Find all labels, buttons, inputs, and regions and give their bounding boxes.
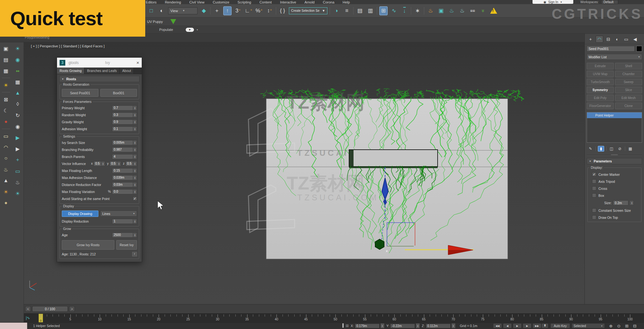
- display-drawing-button[interactable]: Display Drawing: [62, 211, 98, 217]
- warning-icon[interactable]: !: [490, 8, 498, 14]
- y-coordinate-field[interactable]: Y: -0.22m ▴▾: [386, 323, 420, 328]
- selection-region-icon[interactable]: □: [147, 6, 155, 15]
- previous-frame-button[interactable]: ◀: [503, 323, 512, 328]
- constant-screen-size-checkbox[interactable]: [592, 208, 596, 212]
- create-tab[interactable]: +: [587, 36, 594, 43]
- menu-item-rendering[interactable]: Rendering: [165, 0, 181, 4]
- select-object-icon[interactable]: ↑: [223, 6, 232, 15]
- grow-mini-button[interactable]: r: [132, 252, 137, 256]
- spinner-control[interactable]: ▴▾: [452, 323, 455, 328]
- modifier-stack[interactable]: Point Helper: [587, 112, 642, 143]
- spin-down-icon[interactable]: ▾: [134, 164, 135, 165]
- zoom-extents-icon[interactable]: ⊞: [624, 323, 630, 329]
- spinner-control[interactable]: ▴▾: [381, 323, 384, 328]
- render-preview-icon[interactable]: ▣: [1, 44, 11, 53]
- spinner-control[interactable]: ▴▾: [416, 323, 420, 328]
- camera-add-icon[interactable]: +: [13, 156, 23, 164]
- corona-sun-icon[interactable]: ☀: [13, 44, 23, 53]
- sphere-primitive-icon[interactable]: ○: [1, 154, 11, 162]
- x-coordinate-field[interactable]: X: 0.179m ▴▾: [351, 323, 384, 328]
- grow-ivy-roots-button[interactable]: Grow Ivy Roots: [62, 240, 114, 250]
- spin-down-icon[interactable]: ▾: [134, 178, 135, 179]
- object-color-swatch[interactable]: [636, 46, 642, 52]
- panel-divider[interactable]: [587, 155, 642, 155]
- menu-item-customize[interactable]: Customize: [213, 0, 229, 4]
- reset-ivy-button[interactable]: Reset Ivy: [116, 240, 137, 250]
- spinner-control[interactable]: ▴▾: [117, 161, 121, 166]
- space-warp-bind-icon[interactable]: ∗: [413, 6, 422, 15]
- gravity-weight-field[interactable]: 0.9: [112, 119, 133, 125]
- spin-down-icon[interactable]: ▾: [134, 157, 135, 158]
- terrain-icon[interactable]: ▲: [13, 89, 23, 97]
- spinner-control[interactable]: ▴▾: [133, 112, 137, 118]
- plane-primitive-icon[interactable]: ▭: [1, 132, 11, 140]
- next-frame-button[interactable]: ▶: [523, 323, 532, 328]
- dialog-tab-roots-growing[interactable]: Roots Growing: [57, 68, 84, 74]
- spinner-control[interactable]: ▴▾: [133, 175, 137, 180]
- absolute-mode-icon[interactable]: ⊞: [346, 324, 349, 328]
- spinner-control[interactable]: ▴▾: [133, 140, 137, 145]
- modifier-button-extrude[interactable]: Extrude: [587, 63, 614, 69]
- maximize-viewport-icon[interactable]: ⊟: [632, 323, 638, 329]
- gtools-ivy-dialog[interactable]: 3 gtools Ivy × Roots GrowingBranches and…: [57, 57, 142, 262]
- spin-down-icon[interactable]: ▾: [382, 326, 383, 327]
- lock-selection-icon[interactable]: [342, 324, 344, 328]
- spin-down-icon[interactable]: ▾: [134, 143, 135, 144]
- display-tab[interactable]: ▭: [622, 36, 630, 43]
- curve-editor-icon[interactable]: ∿: [390, 6, 398, 15]
- lister-table-icon[interactable]: ▦: [13, 78, 23, 86]
- schematic-list-icon[interactable]: ▤: [1, 55, 11, 64]
- viewport-label[interactable]: [ + ] [ Perspective ] [ Standard ] [ Edg…: [31, 44, 104, 48]
- spin-down-icon[interactable]: ▾: [134, 221, 135, 223]
- modifier-button-slice[interactable]: Slice: [615, 87, 642, 93]
- paint-selection-icon[interactable]: ◐: [158, 6, 166, 15]
- populate-tab[interactable]: Populate: [159, 28, 173, 32]
- modifier-button-sweep[interactable]: Sweep: [615, 79, 642, 85]
- spin-down-icon[interactable]: ▾: [134, 185, 135, 186]
- spin-down-icon[interactable]: ▾: [134, 171, 135, 172]
- reference-coordinate-dropdown[interactable]: View▼: [168, 7, 197, 14]
- vector-z-value[interactable]: 0.5: [125, 161, 133, 166]
- shade-toggle-icon[interactable]: ☾: [1, 106, 11, 115]
- stack-item-point-helper[interactable]: Point Helper: [587, 112, 642, 118]
- age-field[interactable]: 2500: [112, 232, 133, 238]
- forest-trees-icon[interactable]: ♠♠: [13, 67, 23, 75]
- physical-camera-icon[interactable]: ●: [1, 118, 11, 126]
- box-button[interactable]: Box001: [100, 89, 137, 97]
- spin-down-icon[interactable]: ▾: [134, 108, 135, 109]
- state-sets-icon[interactable]: ⊞⊞: [469, 6, 477, 15]
- spin-down-icon[interactable]: ▾: [632, 203, 633, 204]
- uv-puppy-icon[interactable]: [170, 19, 176, 24]
- modifier-list-dropdown[interactable]: Modifier List ▼: [587, 54, 642, 60]
- spinner-control[interactable]: ▴▾: [133, 147, 137, 152]
- size-field[interactable]: 0.2m: [613, 200, 628, 205]
- motion-tab[interactable]: ◐: [613, 36, 621, 43]
- spinner-control[interactable]: ▴▾: [133, 126, 137, 132]
- monitor-play-icon[interactable]: ▶: [13, 145, 23, 153]
- play-button[interactable]: ▶: [513, 323, 522, 328]
- dialog-tab-branches-and-leafs[interactable]: Branches and Leafs: [84, 68, 119, 74]
- sign-in-dropdown[interactable]: ◉ Sign In ▼: [533, 0, 573, 4]
- adhesion-weight-field[interactable]: 0.1: [112, 126, 133, 132]
- spin-down-icon[interactable]: ▾: [418, 326, 419, 327]
- spinner-control[interactable]: ▴▾: [133, 189, 137, 194]
- axis-tripod-checkbox[interactable]: [592, 179, 596, 183]
- menu-item-corona[interactable]: Corona: [323, 0, 334, 4]
- teapot-outline-icon[interactable]: ♨: [13, 178, 23, 186]
- vector-y-value[interactable]: 0.5: [110, 161, 117, 166]
- dialog-title-bar[interactable]: 3 gtools Ivy ×: [57, 58, 142, 68]
- menu-item-arnold[interactable]: Arnold: [304, 0, 315, 4]
- menu-item-civil-view[interactable]: Civil View: [189, 0, 204, 4]
- spinner-control[interactable]: ▴▾: [101, 161, 105, 166]
- spinner-control[interactable]: ▴▾: [133, 168, 137, 173]
- proxy-object-icon[interactable]: ◊: [13, 100, 23, 108]
- spin-down-icon[interactable]: ▾: [134, 235, 135, 236]
- playblast-icon[interactable]: ▶: [13, 133, 23, 142]
- make-unique-icon[interactable]: ◫: [608, 146, 615, 152]
- remove-modifier-icon[interactable]: ⊘: [617, 146, 623, 152]
- spot-light-icon[interactable]: ▲: [1, 176, 11, 185]
- hierarchy-tab[interactable]: ⊟: [605, 36, 612, 43]
- align-icon[interactable]: ≡: [343, 6, 351, 15]
- spinner-control[interactable]: ▴▾: [133, 154, 137, 159]
- show-end-result-icon[interactable]: ▮: [598, 146, 604, 152]
